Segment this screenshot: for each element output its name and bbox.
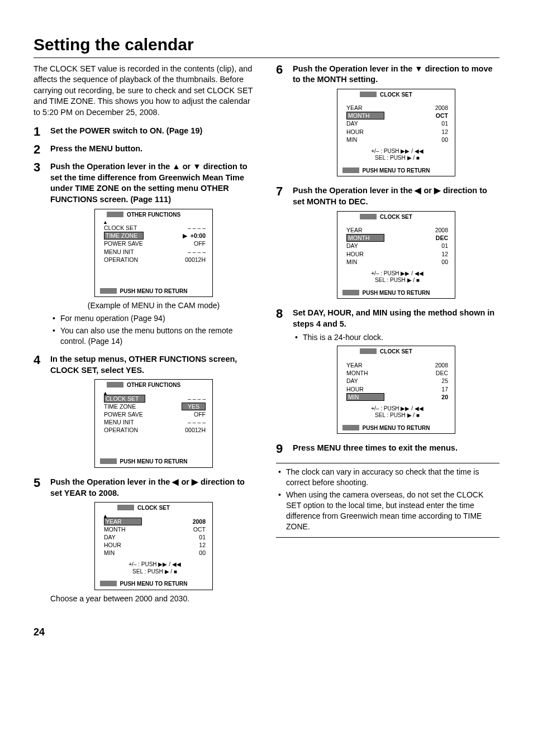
step-number: 9 — [276, 443, 293, 455]
menu-value: 00 — [441, 136, 448, 143]
menu-item: MENU INIT — [104, 418, 134, 426]
menu-item-highlighted: MONTH — [346, 234, 384, 242]
menu-value: 17 — [441, 385, 448, 393]
panel-footer: PUSH MENU TO RETURN — [120, 288, 188, 295]
menu-value: 25 — [441, 377, 448, 385]
menu-value: 20 — [441, 393, 448, 401]
step-number: 1 — [34, 126, 50, 138]
tip: The clock can vary in accuracy so check … — [286, 467, 499, 488]
step-text: Set the POWER switch to ON. (Page 19) — [50, 126, 257, 137]
menu-item: DAY — [346, 119, 358, 127]
menu-panel-clock-set: CLOCK SET YEAR2008 MONTHDEC DAY01 HOUR12… — [337, 211, 455, 299]
menu-item: CLOCK SET — [104, 224, 137, 232]
menu-value: 2008 — [193, 518, 206, 525]
menu-item: MENU INIT — [104, 248, 134, 256]
menu-panel-clock-set: CLOCK SET YEAR2008 MONTHDEC DAY25 HOUR17… — [337, 346, 455, 434]
bullet: You can also use the menu buttons on the… — [60, 326, 257, 347]
step-number: 4 — [34, 354, 50, 471]
menu-panel-other-functions-yes: OTHER FUNCTIONS ▲ CLOCK SET– – – – TIME … — [94, 379, 213, 468]
menu-value: 2008 — [435, 361, 448, 369]
menu-item-highlighted: MONTH — [346, 112, 384, 119]
step-text: Press the MENU button. — [50, 143, 257, 155]
menu-item: HOUR — [346, 128, 364, 136]
menu-item: YEAR — [346, 226, 363, 234]
panel-footer: PUSH MENU TO RETURN — [120, 458, 188, 466]
panel-title: CLOCK SET — [380, 213, 412, 221]
step-number: 8 — [276, 308, 293, 437]
menu-item-highlighted: CLOCK SET — [104, 395, 145, 403]
step-number: 6 — [276, 64, 293, 180]
menu-value-highlighted: YES — [182, 403, 206, 410]
menu-value: 01 — [441, 242, 448, 250]
step-2: 2 Press the MENU button. — [34, 143, 257, 156]
menu-value: OFF — [194, 240, 206, 247]
menu-value: 01 — [199, 533, 206, 541]
menu-item-highlighted: MIN — [346, 393, 384, 401]
menu-value: 01 — [441, 119, 448, 127]
step-3: 3 Push the Operation lever in the ▲ or ▼… — [34, 161, 257, 348]
menu-panel-clock-set: CLOCK SET YEAR2008 MONTHOCT DAY01 HOUR12… — [337, 89, 455, 177]
menu-item: MIN — [346, 258, 357, 266]
control-hint: +/– : PUSH ▶▶ / ◀◀ — [346, 148, 448, 155]
bullet: For menu operation (Page 94) — [60, 313, 257, 324]
menu-value: 12 — [441, 128, 448, 136]
step-text: Push the Operation lever in the ◀ or ▶ d… — [293, 185, 499, 207]
menu-panel-clock-set: CLOCK SET ▲ YEAR2008 MONTHOCT DAY01 HOUR… — [94, 502, 213, 590]
pointer-icon: ▶ — [180, 232, 187, 240]
menu-item: MIN — [104, 549, 115, 557]
bullet: This is a 24-hour clock. — [303, 332, 499, 343]
menu-value: 00 — [199, 549, 206, 557]
menu-item-highlighted: YEAR — [104, 518, 142, 525]
menu-value: – – – – — [188, 248, 206, 256]
menu-item: POWER SAVE — [104, 240, 143, 247]
control-hint: +/– : PUSH ▶▶ / ◀◀ — [104, 561, 206, 568]
step-7: 7 Push the Operation lever in the ◀ or ▶… — [276, 185, 499, 302]
menu-item: DAY — [346, 242, 358, 250]
menu-item: HOUR — [346, 250, 364, 258]
example-caption: (Example of MENU in the CAM mode) — [50, 300, 257, 311]
step-number: 3 — [34, 161, 50, 348]
control-hint: +/– : PUSH ▶▶ / ◀◀ — [346, 270, 448, 277]
step-6: 6 Push the Operation lever in the ▼ dire… — [276, 64, 499, 180]
menu-item: YEAR — [346, 361, 363, 369]
menu-value: DEC — [436, 369, 448, 377]
step-text: In the setup menus, OTHER FUNCTIONS scre… — [50, 354, 257, 376]
menu-item: HOUR — [104, 541, 121, 549]
step-9: 9 Press MENU three times to exit the men… — [276, 443, 499, 455]
panel-title: CLOCK SET — [380, 348, 412, 356]
control-hint: SEL : PUSH ▶ / ■ — [346, 412, 448, 419]
menu-item: TIME ZONE — [104, 403, 136, 410]
menu-value: – – – – — [188, 395, 206, 403]
panel-footer: PUSH MENU TO RETURN — [120, 580, 188, 588]
menu-value: OFF — [194, 410, 206, 418]
step-8: 8 Set DAY, HOUR, and MIN using the metho… — [276, 308, 499, 437]
menu-item: MONTH — [104, 525, 126, 533]
menu-value: OCT — [436, 112, 448, 119]
panel-title: OTHER FUNCTIONS — [127, 211, 180, 219]
step-after-note: Choose a year between 2000 and 2030. — [50, 594, 257, 604]
menu-value: DEC — [436, 234, 448, 242]
intro-text: The CLOCK SET value is recorded in the c… — [34, 64, 257, 118]
menu-item: YEAR — [346, 104, 363, 112]
step-text: Press MENU three times to exit the menus… — [293, 443, 499, 454]
control-hint: +/– : PUSH ▶▶ / ◀◀ — [346, 405, 448, 413]
panel-footer: PUSH MENU TO RETURN — [363, 424, 430, 432]
menu-item: MIN — [346, 136, 357, 143]
step-text: Push the Operation lever in the ▼ direct… — [293, 64, 499, 85]
menu-value: 00012H — [185, 256, 206, 264]
control-hint: SEL : PUSH ▶ / ■ — [346, 277, 448, 284]
menu-value: 00 — [441, 258, 448, 266]
menu-value: – – – – — [188, 224, 206, 232]
step-text: Push the Operation lever in the ◀ or ▶ d… — [50, 477, 257, 499]
panel-title: CLOCK SET — [137, 504, 170, 512]
right-column: 6 Push the Operation lever in the ▼ dire… — [276, 64, 499, 610]
menu-value: 2008 — [435, 226, 448, 234]
step-number: 5 — [34, 477, 50, 604]
menu-panel-other-functions: OTHER FUNCTIONS ▲ CLOCK SET– – – – TIME … — [94, 209, 213, 298]
panel-footer: PUSH MENU TO RETURN — [363, 289, 430, 297]
tips-box: The clock can vary in accuracy so check … — [276, 463, 499, 537]
control-hint: SEL : PUSH ▶ / ■ — [104, 568, 206, 576]
menu-value: 00012H — [185, 426, 206, 434]
step-number: 7 — [276, 185, 293, 302]
menu-value: 12 — [441, 250, 448, 258]
